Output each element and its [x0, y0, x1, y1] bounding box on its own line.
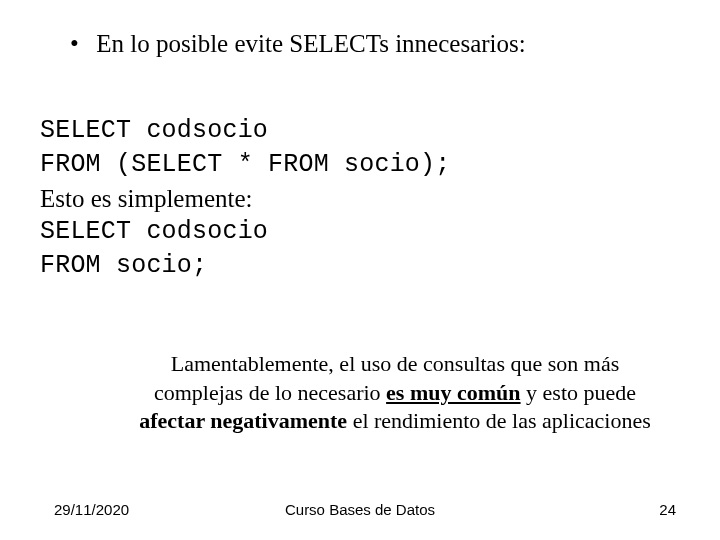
comment-3a-emph: afectar negativamente: [139, 408, 347, 433]
comment-2a: complejas de lo necesario: [154, 380, 386, 405]
bullet-item: • En lo posible evite SELECTs innecesari…: [70, 28, 680, 59]
content-block: SELECT codsocio FROM (SELECT * FROM soci…: [40, 114, 680, 283]
footer-title: Curso Bases de Datos: [40, 501, 680, 518]
code-note: Esto es simplemente:: [40, 182, 680, 216]
comment-line-1: Lamentablemente, el uso de consultas que…: [110, 350, 680, 379]
code-line-3: SELECT codsocio: [40, 215, 680, 249]
comment-3b: el rendimiento de las aplicaciones: [347, 408, 651, 433]
comment-block: Lamentablemente, el uso de consultas que…: [110, 350, 680, 436]
comment-line-2: complejas de lo necesario es muy común y…: [110, 379, 680, 408]
comment-line-3: afectar negativamente el rendimiento de …: [110, 407, 680, 436]
bullet-text: En lo posible evite SELECTs innecesarios…: [96, 30, 525, 57]
comment-2c: y esto puede: [521, 380, 636, 405]
code-line-4: FROM socio;: [40, 249, 680, 283]
footer-page: 24: [659, 501, 676, 518]
code-line-2: FROM (SELECT * FROM socio);: [40, 148, 680, 182]
bullet-dot-icon: •: [70, 28, 90, 59]
code-line-1: SELECT codsocio: [40, 114, 680, 148]
comment-2b-emph: es muy común: [386, 380, 520, 405]
slide: • En lo posible evite SELECTs innecesari…: [0, 0, 720, 540]
